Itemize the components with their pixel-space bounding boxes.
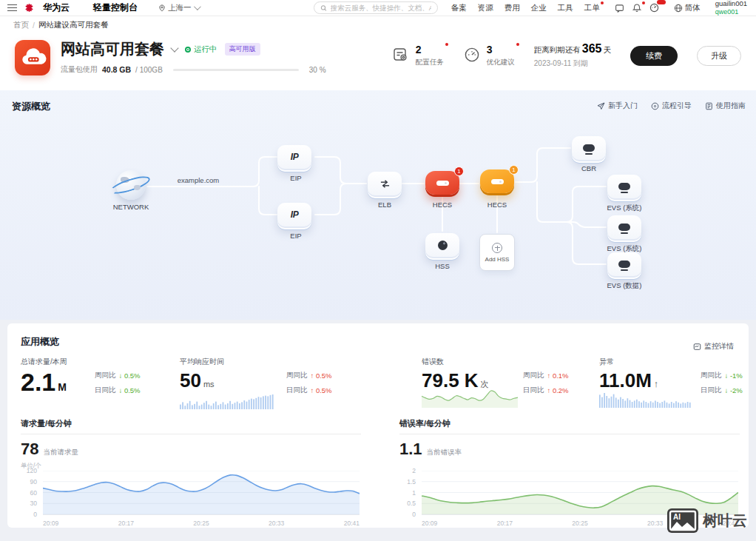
- y-axis: 1209060300: [21, 471, 40, 515]
- divider: [399, 434, 740, 434]
- hecs-label-1: HECS: [433, 201, 452, 209]
- y-axis: 21.510.50: [399, 471, 419, 515]
- nav-item-tools[interactable]: 工具: [558, 3, 573, 13]
- metric-response-value: 50 ms: [180, 369, 215, 392]
- location-pin-icon: [158, 4, 166, 13]
- ai-image-icon: AI: [667, 508, 698, 533]
- optimize-suggestions[interactable]: 3 优化建议: [463, 44, 515, 67]
- search-input[interactable]: [331, 4, 431, 12]
- metric-anomaly-comparison: 周同比↓ -1% 日同比↓ -2%: [701, 371, 743, 395]
- nav-item-beian[interactable]: 备案: [451, 3, 467, 13]
- monitor-icon: [693, 343, 701, 351]
- requests-chart-title: 请求量/每分钟: [21, 418, 361, 429]
- disk-glyph: [618, 224, 630, 231]
- traffic-used: 40.8 GB: [102, 65, 131, 74]
- nav-item-enterprise[interactable]: 企业: [531, 3, 547, 13]
- globe-icon: [674, 4, 683, 13]
- title-dropdown-icon[interactable]: [170, 44, 178, 52]
- expiry-unit: 天: [604, 45, 612, 54]
- security-glyph: [438, 241, 448, 250]
- brand-name[interactable]: 华为云: [43, 1, 70, 14]
- traffic-usage: 流量包使用 40.8 GB / 100GB 30 %: [61, 64, 326, 75]
- region-label: 上海一: [168, 3, 192, 13]
- console-title[interactable]: 轻量控制台: [93, 1, 138, 14]
- response-time-sparkline: [180, 393, 274, 409]
- cbr-node[interactable]: [572, 136, 606, 160]
- metric-requests-comparison: 周同比↓ 0.5% 日同比↓ 0.5%: [95, 371, 141, 395]
- watermark-label: 树叶云: [703, 511, 747, 531]
- search-box[interactable]: [314, 1, 438, 14]
- eip-label-2: EIP: [290, 232, 301, 240]
- network-node[interactable]: [116, 170, 146, 200]
- metric-requests-label: 总请求量/本周: [21, 357, 67, 367]
- version-badge: 高可用版: [225, 43, 260, 56]
- error-rate-current-label: 当前错误率: [427, 448, 462, 457]
- package-app-icon: [15, 40, 50, 75]
- hecs-node-2[interactable]: 1: [480, 169, 514, 193]
- notification-dot: [642, 1, 645, 4]
- language-selector[interactable]: 简体: [674, 3, 701, 13]
- notification-dot: [601, 1, 604, 4]
- elb-label: ELB: [378, 201, 391, 209]
- breadcrumb-current: 网站建设高可用套餐: [38, 20, 109, 30]
- expiry-days: 365: [582, 42, 602, 55]
- x-axis: 20:0920:1720:2520:3320:41: [43, 520, 360, 527]
- evs-node-3[interactable]: [607, 252, 641, 276]
- nav-item-tickets[interactable]: 工单: [584, 3, 600, 13]
- breadcrumb-home[interactable]: 首页: [13, 20, 29, 30]
- evs-label-3: EVS (数据): [607, 281, 642, 291]
- hss-node[interactable]: [425, 233, 459, 257]
- eip-node-2[interactable]: IP: [277, 203, 311, 226]
- search-icon: [320, 4, 327, 12]
- message-icon[interactable]: [615, 4, 624, 13]
- traffic-percent: 30 %: [309, 66, 326, 74]
- menu-icon[interactable]: [7, 4, 17, 11]
- plus-icon: [492, 243, 502, 253]
- nav-item-resources[interactable]: 资源: [478, 3, 493, 13]
- requests-chart: 请求量/每分钟 78 当前请求量 单位/个 1209060300 20:0920…: [21, 418, 361, 530]
- metric-response-comparison: 周同比↑ 0.5% 日同比↑ 0.5%: [286, 371, 332, 395]
- alert-dot: [445, 43, 448, 46]
- elb-node[interactable]: [368, 172, 402, 195]
- metric-response-label: 平均响应时间: [180, 357, 224, 367]
- language-label: 简体: [685, 3, 701, 13]
- eip-node-1[interactable]: IP: [277, 145, 311, 169]
- bell-icon[interactable]: [632, 3, 641, 13]
- nav-item-billing[interactable]: 费用: [504, 3, 520, 13]
- evs-node-2[interactable]: [607, 215, 641, 239]
- hecs-node-1[interactable]: 1: [425, 171, 459, 195]
- divider: [21, 434, 361, 434]
- ip-glyph: IP: [291, 209, 298, 220]
- region-selector[interactable]: 上海一: [158, 3, 199, 13]
- metric-errors-label: 错误数: [422, 357, 444, 367]
- account-menu[interactable]: guailin001 qwe001: [715, 0, 747, 16]
- huawei-logo-icon[interactable]: [23, 3, 36, 13]
- metric-anomaly-value: 11.0M ↑: [599, 369, 658, 392]
- config-tasks[interactable]: 2 配置任务: [392, 44, 444, 67]
- monitor-details-link[interactable]: 监控详情: [693, 341, 734, 352]
- metric-requests-value: 2.1 M: [21, 368, 67, 397]
- evs-node-1[interactable]: [607, 175, 641, 198]
- requests-plot-area: [43, 471, 360, 515]
- errors-sparkline: [422, 389, 518, 408]
- config-tasks-count: 2: [416, 44, 422, 56]
- traffic-total: / 100GB: [135, 66, 163, 74]
- optimize-suggestions-icon: [463, 46, 481, 64]
- expiry-info: 距离到期还有365天 2023-09-11 到期: [534, 42, 611, 69]
- traffic-label: 流量包使用: [61, 64, 98, 75]
- ip-glyph: IP: [291, 152, 298, 162]
- topbar-icons: [615, 3, 659, 13]
- add-hss-button[interactable]: Add HSS: [479, 234, 515, 271]
- error-rate-unit-label: [399, 462, 740, 469]
- cbr-label: CBR: [581, 164, 596, 172]
- svg-text:AI: AI: [673, 513, 681, 521]
- upgrade-button[interactable]: 升级: [697, 46, 741, 66]
- error-rate-current-value: 1.1: [399, 440, 422, 459]
- requests-unit-label: 单位/个: [21, 462, 361, 469]
- anomaly-sparkline: [599, 392, 692, 408]
- renew-button[interactable]: 续费: [630, 46, 678, 66]
- load-balancer-icon: [379, 179, 391, 189]
- status-label: 运行中: [194, 44, 217, 55]
- meter-icon[interactable]: [649, 3, 659, 13]
- hecs1-alert-badge: 1: [454, 167, 464, 176]
